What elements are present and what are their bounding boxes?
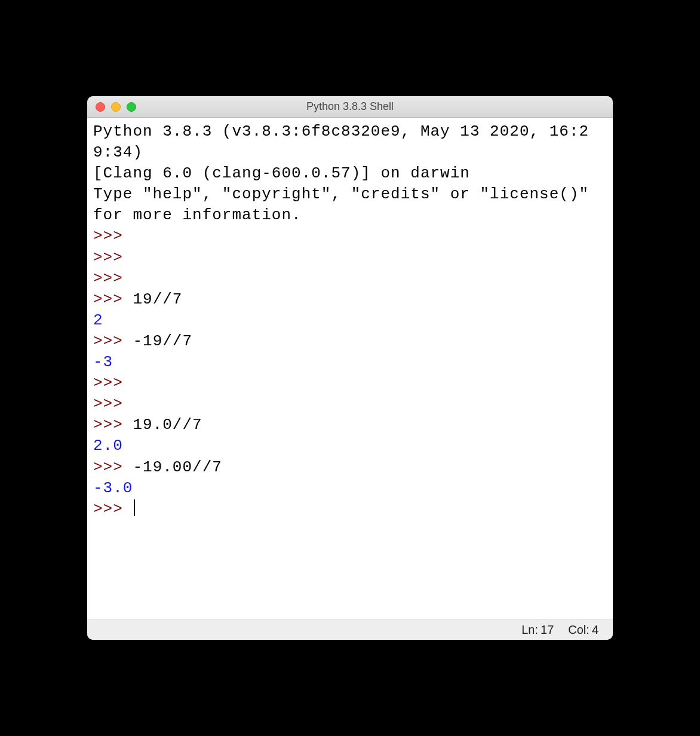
- minimize-button[interactable]: [111, 102, 121, 112]
- prompt: >>>: [93, 500, 133, 518]
- prompt: >>>: [93, 227, 133, 245]
- maximize-button[interactable]: [127, 102, 136, 112]
- prompt: >>>: [93, 416, 133, 434]
- status-bar: Ln: 17 Col: 4: [87, 620, 613, 640]
- shell-input: 19//7: [133, 290, 182, 308]
- idle-window: Python 3.8.3 Shell Python 3.8.3 (v3.8.3:…: [87, 96, 613, 640]
- shell-content[interactable]: Python 3.8.3 (v3.8.3:6f8c8320e9, May 13 …: [87, 118, 613, 620]
- prompt: >>>: [93, 458, 133, 476]
- shell-output: -3.0: [93, 479, 133, 497]
- shell-output: 2: [93, 311, 103, 329]
- col-value: 4: [592, 623, 598, 637]
- shell-output: 2.0: [93, 437, 123, 455]
- shell-output: -3: [93, 353, 113, 371]
- window-controls: [96, 102, 136, 112]
- window-title: Python 3.8.3 Shell: [87, 100, 613, 113]
- col-label: Col:: [568, 623, 590, 637]
- banner-line: [Clang 6.0 (clang-600.0.57)] on darwin: [93, 164, 470, 182]
- shell-input: 19.0//7: [133, 416, 202, 434]
- close-button[interactable]: [96, 102, 105, 112]
- prompt: >>>: [93, 269, 133, 287]
- prompt: >>>: [93, 332, 133, 350]
- prompt: >>>: [93, 290, 133, 308]
- line-value: 17: [541, 623, 554, 637]
- titlebar[interactable]: Python 3.8.3 Shell: [87, 96, 613, 118]
- shell-input: -19.00//7: [133, 458, 222, 476]
- text-cursor: [134, 499, 135, 516]
- prompt: >>>: [93, 395, 133, 413]
- line-label: Ln:: [521, 623, 538, 637]
- shell-input: -19//7: [133, 332, 192, 350]
- prompt: >>>: [93, 374, 133, 392]
- prompt: >>>: [93, 249, 133, 266]
- banner-line: Type "help", "copyright", "credits" or "…: [93, 185, 599, 224]
- banner-line: Python 3.8.3 (v3.8.3:6f8c8320e9, May 13 …: [93, 122, 589, 161]
